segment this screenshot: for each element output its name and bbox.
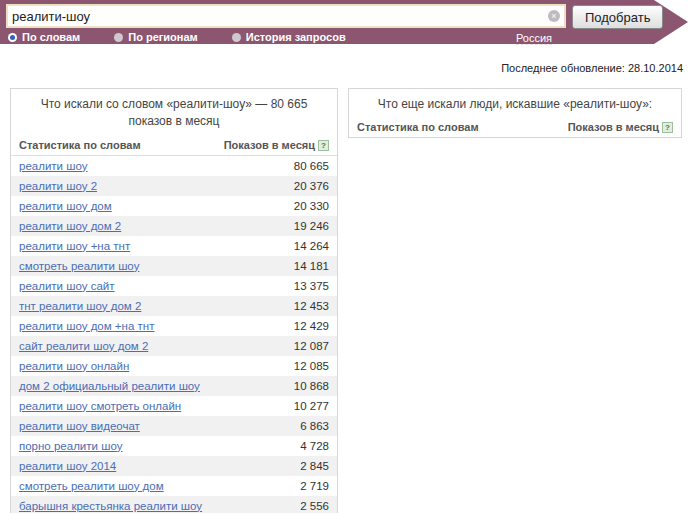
keyword-count: 2 719 [300,480,329,492]
keyword-stats-title: Что искали со словом «реалити-шоу» — 80 … [11,89,337,136]
keyword-link[interactable]: смотреть реалити шоу [19,260,139,272]
col-count-header: Показов в месяц? [224,139,329,151]
radio-unselected-icon [232,33,241,42]
table-row: смотреть реалити шоу 14 181 [11,256,337,276]
table-row: порно реалити шоу 4 728 [11,436,337,456]
radio-by-words-label: По словам [22,31,80,43]
table-row: реалити шоу видеочат 6 863 [11,416,337,436]
keyword-count: 2 556 [300,500,329,512]
keyword-count: 4 728 [300,440,329,452]
related-queries-panel: Что еще искали люди, искавшие «реалити-ш… [348,88,682,138]
keyword-count: 20 376 [294,180,329,192]
table-row: дом 2 официальный реалити шоу 10 868 [11,376,337,396]
table-row: реалити шоу 80 665 [11,156,337,176]
table-row: реалити шоу сайт 13 375 [11,276,337,296]
keyword-count: 14 181 [294,260,329,272]
help-icon[interactable]: ? [662,122,673,133]
keyword-count: 19 246 [294,220,329,232]
radio-by-words[interactable]: По словам [8,31,80,43]
col-keyword-header: Статистика по словам [19,139,141,151]
keyword-link[interactable]: реалити шоу дом [19,200,112,212]
clear-icon[interactable]: × [548,10,560,22]
radio-selected-icon [8,33,17,42]
keyword-stats-panel: Что искали со словом «реалити-шоу» — 80 … [10,88,338,513]
table-row: реалити шоу 2014 2 845 [11,456,337,476]
table-row: реалити шоу смотреть онлайн 10 277 [11,396,337,416]
keyword-link[interactable]: реалити шоу [19,160,87,172]
last-update-text: Последнее обновление: 28.10.2014 [501,62,683,74]
keyword-link[interactable]: сайт реалити шоу дом 2 [19,340,148,352]
keyword-link[interactable]: тнт реалити шоу дом 2 [19,300,141,312]
keyword-link[interactable]: реалити шоу дом +на тнт [19,320,154,332]
col-keyword-header: Статистика по словам [357,121,479,133]
keyword-link[interactable]: реалити шоу 2 [19,180,97,192]
keyword-stats-header: Статистика по словам Показов в месяц? [11,136,337,156]
keyword-link[interactable]: дом 2 официальный реалити шоу [19,380,200,392]
keyword-link[interactable]: реалити шоу видеочат [19,420,140,432]
search-mode-radios: По словам По регионам История запросов [8,31,346,43]
table-row: тнт реалити шоу дом 2 12 453 [11,296,337,316]
table-row: барышня крестьянка реалити шоу 2 556 [11,496,337,513]
keyword-count: 12 453 [294,300,329,312]
radio-query-history-label: История запросов [246,31,346,43]
keyword-rows: реалити шоу 80 665 реалити шоу 2 20 376 … [11,156,337,513]
related-queries-header: Статистика по словам Показов в месяц? [349,118,681,137]
keyword-link[interactable]: смотреть реалити шоу дом [19,480,164,492]
keyword-count: 10 868 [294,380,329,392]
radio-by-regions[interactable]: По регионам [114,31,197,43]
keyword-link[interactable]: реалити шоу дом 2 [19,220,121,232]
table-row: смотреть реалити шоу дом 2 719 [11,476,337,496]
table-row: реалити шоу +на тнт 14 264 [11,236,337,256]
keyword-link[interactable]: реалити шоу сайт [19,280,114,292]
keyword-link[interactable]: реалити шоу онлайн [19,360,129,372]
keyword-link[interactable]: порно реалити шоу [19,440,122,452]
keyword-count: 13 375 [294,280,329,292]
search-box: × [6,4,566,28]
radio-query-history[interactable]: История запросов [232,31,346,43]
keyword-count: 20 330 [294,200,329,212]
keyword-count: 6 863 [300,420,329,432]
search-input[interactable] [12,6,542,26]
keyword-link[interactable]: реалити шоу 2014 [19,460,116,472]
keyword-link[interactable]: реалити шоу смотреть онлайн [19,400,181,412]
keyword-count: 12 085 [294,360,329,372]
keyword-count: 14 264 [294,240,329,252]
keyword-count: 80 665 [294,160,329,172]
table-row: сайт реалити шоу дом 2 12 087 [11,336,337,356]
submit-button[interactable]: Подобрать [572,5,663,29]
radio-by-regions-label: По регионам [128,31,197,43]
keyword-count: 12 087 [294,340,329,352]
related-queries-title: Что еще искали люди, искавшие «реалити-ш… [349,89,681,118]
col-count-header: Показов в месяц? [568,121,673,133]
table-row: реалити шоу дом +на тнт 12 429 [11,316,337,336]
keyword-count: 2 845 [300,460,329,472]
table-row: реалити шоу онлайн 12 085 [11,356,337,376]
radio-unselected-icon [114,33,123,42]
help-icon[interactable]: ? [318,140,329,151]
keyword-link[interactable]: реалити шоу +на тнт [19,240,130,252]
region-selector-link[interactable]: Россия [516,32,552,45]
table-row: реалити шоу дом 20 330 [11,196,337,216]
col-count-label: Показов в месяц [568,121,659,133]
keyword-count: 10 277 [294,400,329,412]
col-count-label: Показов в месяц [224,139,315,151]
table-row: реалити шоу дом 2 19 246 [11,216,337,236]
keyword-link[interactable]: барышня крестьянка реалити шоу [19,500,202,512]
table-row: реалити шоу 2 20 376 [11,176,337,196]
keyword-count: 12 429 [294,320,329,332]
